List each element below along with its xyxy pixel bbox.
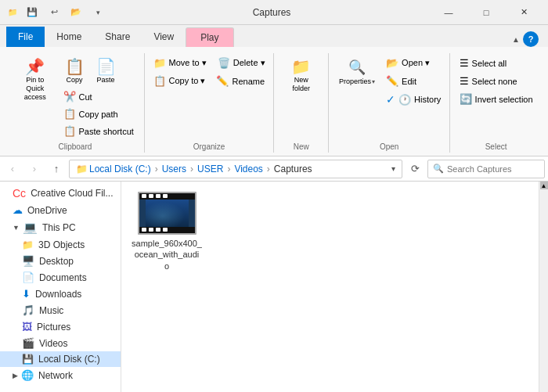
new-folder-icon: 📁 <box>291 59 311 74</box>
sidebar-item-local-disk[interactable]: 💾 Local Disk (C:) <box>0 351 121 367</box>
back-button[interactable]: ‹ <box>3 160 22 178</box>
window-title: Captures <box>113 7 431 18</box>
ribbon-group-open: 🔍 Properties ▾ 📂 Open ▾ ✏️ Edit <box>329 53 450 153</box>
documents-folder-icon: 📄 <box>22 272 34 283</box>
path-videos: Videos <box>234 164 262 174</box>
sidebar-item-label: Downloads <box>35 289 81 300</box>
move-icon: 📁 <box>153 57 166 69</box>
up-button[interactable]: ↑ <box>47 160 66 178</box>
new-folder-button[interactable]: 📁 Newfolder <box>286 55 317 97</box>
qat-save[interactable]: 💾 <box>23 4 41 21</box>
sidebar-item-creative-cloud[interactable]: Cc Creative Cloud Fil... <box>0 185 121 202</box>
copy-path-icon: 📋 <box>63 108 76 120</box>
scrollbar[interactable]: ▲ ▼ <box>539 182 548 392</box>
tab-videotools[interactable]: Play <box>186 27 233 47</box>
ribbon-tab-bar: File Home Share View Play ▲ ? <box>0 25 548 47</box>
select-none-button[interactable]: ☰ Select none <box>456 73 537 89</box>
ribbon-group-new: 📁 Newfolder New <box>274 53 329 153</box>
sidebar-item-network[interactable]: ▶ 🌐 Network <box>0 367 121 383</box>
sidebar-item-this-pc[interactable]: ▼ 💻 This PC <box>0 218 121 237</box>
search-icon: 🔍 <box>433 164 444 174</box>
maximize-button[interactable]: □ <box>468 0 504 25</box>
sidebar-item-label: Creative Cloud Fil... <box>31 188 113 199</box>
tab-home[interactable]: Home <box>45 27 93 47</box>
paste-shortcut-button[interactable]: 📋 Paste shortcut <box>59 123 138 139</box>
sidebar-item-label: Pictures <box>37 322 70 333</box>
open-col: 📂 Open ▾ ✏️ Edit ✓ 🕐 History <box>382 55 445 108</box>
qat-undo[interactable]: ↩ <box>45 4 63 21</box>
properties-label-row: Properties ▾ <box>339 77 375 85</box>
search-input[interactable] <box>447 164 539 174</box>
pin-icon: 📌 <box>25 59 45 74</box>
path-icon: 📁 <box>76 164 88 174</box>
copy-paste-row: 📋 Copy 📄 Paste <box>59 55 138 88</box>
sidebar-item-music[interactable]: 🎵 Music <box>0 302 121 318</box>
videos-folder-icon: 🎬 <box>22 337 34 349</box>
search-box: 🔍 <box>427 160 545 178</box>
copy-to-button[interactable]: 📋 Copy to ▾ <box>150 73 210 89</box>
file-name: sample_960x400_ocean_with_audio <box>132 238 202 272</box>
forward-button[interactable]: › <box>25 160 44 178</box>
ribbon-collapse-btn[interactable]: ▲ <box>512 35 520 44</box>
refresh-button[interactable]: ⟳ <box>406 160 424 178</box>
history-button[interactable]: ✓ 🕐 History <box>382 91 445 108</box>
sidebar: Cc Creative Cloud Fil... ☁ OneDrive ▼ 💻 … <box>0 182 121 392</box>
copy-button[interactable]: 📋 Copy <box>59 55 90 88</box>
sidebar-item-videos[interactable]: 🎬 Videos <box>0 335 121 351</box>
ribbon-group-select: ☰ Select all ☰ Select none 🔄 Invert sele… <box>450 53 542 153</box>
select-all-button[interactable]: ☰ Select all <box>456 55 537 71</box>
ribbon-content: 📌 Pin to Quickaccess 📋 Copy 📄 Paste <box>0 50 548 156</box>
edit-button[interactable]: ✏️ Edit <box>382 73 445 89</box>
tab-view[interactable]: View <box>142 27 186 47</box>
copy-paste-col: 📋 Copy 📄 Paste ✂️ Cut 📋 <box>59 55 138 139</box>
ribbon-group-organize: 📁 Move to ▾ 🗑️ Delete ▾ 📋 Copy to ▾ <box>145 53 274 153</box>
address-bar: ‹ › ↑ 📁 Local Disk (C:) › Users › USER ›… <box>0 156 548 182</box>
minimize-button[interactable]: — <box>431 0 467 25</box>
network-expand-arrow: ▶ <box>13 372 18 379</box>
copy-path-button[interactable]: 📋 Copy path <box>59 106 138 122</box>
file-item-video[interactable]: sample_960x400_ocean_with_audio <box>128 188 206 275</box>
this-pc-icon: 💻 <box>23 221 38 235</box>
sidebar-item-label: Desktop <box>39 256 74 267</box>
sidebar-item-pictures[interactable]: 🖼 Pictures <box>0 318 121 335</box>
copy-to-icon: 📋 <box>153 75 166 87</box>
rename-button[interactable]: ✏️ Rename <box>212 73 269 89</box>
open-label: Open <box>380 142 398 153</box>
close-button[interactable]: ✕ <box>506 0 542 25</box>
sidebar-item-3d-objects[interactable]: 📁 3D Objects <box>0 237 121 253</box>
sidebar-item-documents[interactable]: 📄 Documents <box>0 269 121 286</box>
qat-dropdown[interactable]: ▾ <box>89 4 106 21</box>
move-to-button[interactable]: 📁 Move to ▾ <box>150 55 211 71</box>
organize-buttons: 📁 Move to ▾ 🗑️ Delete ▾ 📋 Copy to ▾ <box>150 53 269 141</box>
desktop-folder-icon: 🖥️ <box>22 255 34 267</box>
sidebar-item-label: Music <box>39 305 63 316</box>
pin-to-quick-access-button[interactable]: 📌 Pin to Quickaccess <box>13 55 58 105</box>
main-content: Cc Creative Cloud Fil... ☁ OneDrive ▼ 💻 … <box>0 182 548 392</box>
select-label: Select <box>485 142 507 153</box>
qat-newfile[interactable]: 📂 <box>67 4 85 21</box>
sidebar-item-downloads[interactable]: ⬇ Downloads <box>0 286 121 302</box>
scroll-up-btn[interactable]: ▲ <box>540 182 548 189</box>
open-icon: 📂 <box>386 57 398 69</box>
invert-selection-button[interactable]: 🔄 Invert selection <box>456 91 537 107</box>
cut-button[interactable]: ✂️ Cut <box>59 88 138 105</box>
paste-button[interactable]: 📄 Paste <box>91 55 121 88</box>
help-button[interactable]: ? <box>523 31 539 47</box>
path-captures: Captures <box>274 164 312 174</box>
tab-file[interactable]: File <box>6 27 45 47</box>
address-path[interactable]: 📁 Local Disk (C:) › Users › USER › Video… <box>69 160 402 178</box>
film-content <box>146 200 189 227</box>
properties-button[interactable]: 🔍 Properties ▾ <box>333 55 380 89</box>
path-dropdown-arrow[interactable]: ▾ <box>391 164 395 173</box>
paste-icon: 📄 <box>96 59 116 74</box>
onedrive-icon: ☁ <box>13 204 23 216</box>
delete-button[interactable]: 🗑️ Delete ▾ <box>214 55 269 71</box>
file-area[interactable]: ▲ ▼ sample_960x400_ocea <box>121 182 548 392</box>
tab-share[interactable]: Share <box>93 27 142 47</box>
sidebar-item-onedrive[interactable]: ☁ OneDrive <box>0 202 121 218</box>
select-all-icon: ☰ <box>460 57 469 69</box>
sidebar-item-desktop[interactable]: 🖥️ Desktop <box>0 253 121 269</box>
open-button[interactable]: 📂 Open ▾ <box>382 55 445 71</box>
select-buttons: ☰ Select all ☰ Select none 🔄 Invert sele… <box>456 53 537 141</box>
film-strip-top <box>139 193 195 200</box>
